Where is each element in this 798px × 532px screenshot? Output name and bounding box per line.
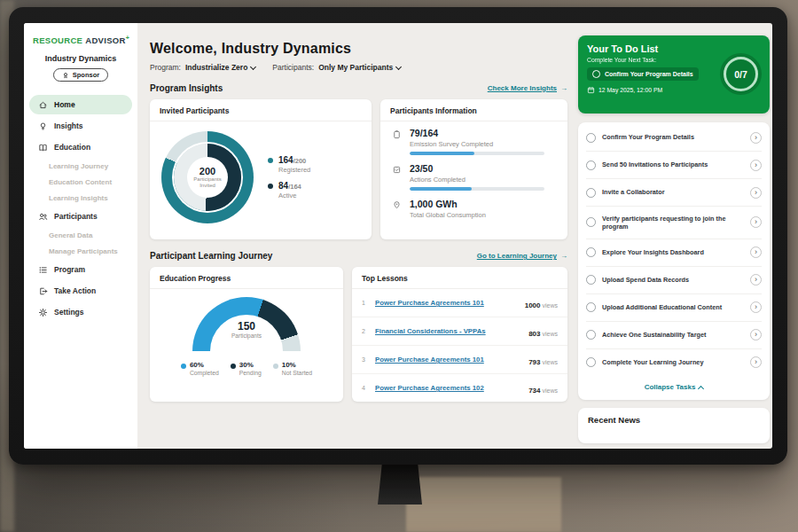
sidebar-item-label: Take Action xyxy=(54,286,96,295)
next-task-chip[interactable]: Confirm Your Program Details xyxy=(587,67,699,81)
lesson-link[interactable]: Power Purchase Agreements 102 xyxy=(375,384,522,392)
sidebar-item-take-action[interactable]: Take Action xyxy=(29,281,132,301)
legend-dot-not-started xyxy=(273,364,278,369)
task-checkbox[interactable] xyxy=(586,302,596,312)
card-title: Participants Information xyxy=(380,99,567,121)
sidebar-item-label: Home xyxy=(54,100,75,109)
clipboard-icon xyxy=(392,129,402,139)
program-insights-header: Program Insights Check More Insights → xyxy=(150,83,567,93)
task-chevron-button[interactable]: › xyxy=(750,274,762,286)
sidebar-nav: Home Insights Education Learning Journey… xyxy=(24,94,137,323)
task-chevron-button[interactable]: › xyxy=(750,246,762,258)
task-chevron-button[interactable]: › xyxy=(750,301,762,313)
sponsor-badge[interactable]: Sponsor xyxy=(53,68,108,82)
check-more-insights-link[interactable]: Check More Insights → xyxy=(488,84,567,92)
sidebar-item-settings[interactable]: Settings xyxy=(29,302,132,322)
participants-information-card: Participants Information 79/164 Emission… xyxy=(380,99,567,239)
card-title: Education Progress xyxy=(150,267,343,289)
lesson-link[interactable]: Power Purchase Agreements 101 xyxy=(375,299,519,307)
education-progress-card: Education Progress 150 Participants xyxy=(150,267,343,402)
desk-object xyxy=(406,477,561,532)
task-checkbox[interactable] xyxy=(586,160,596,170)
todo-progress-ring: 0/7 xyxy=(720,53,762,95)
task-chevron-button[interactable]: › xyxy=(750,132,762,144)
participants-select-value: Only My Participants xyxy=(318,63,393,72)
task-checkbox[interactable] xyxy=(586,275,596,285)
task-checkbox[interactable] xyxy=(586,188,596,198)
task-checkbox[interactable] xyxy=(586,357,596,367)
task-checkbox[interactable] xyxy=(586,217,596,227)
task-checkbox[interactable] xyxy=(586,330,596,340)
program-select[interactable]: Industrialize Zero xyxy=(185,63,255,72)
sidebar-item-home[interactable]: Home xyxy=(29,95,132,114)
sidebar-item-learning-journey[interactable]: Learning Journey xyxy=(24,158,137,174)
survey-progressbar xyxy=(410,152,544,155)
sidebar-item-education-content[interactable]: Education Content xyxy=(24,174,137,190)
top-lessons-card: Top Lessons 1 Power Purchase Agreements … xyxy=(352,267,567,402)
lesson-link[interactable]: Financial Considerations - VPPAs xyxy=(375,327,522,335)
task-chevron-button[interactable]: › xyxy=(750,160,762,171)
brand-logo: RESOURCEADVISOR+ xyxy=(24,23,137,45)
sidebar-item-manage-participants[interactable]: Manage Participants xyxy=(24,243,137,259)
arrow-right-icon: → xyxy=(560,252,567,260)
sidebar-item-label: Insights xyxy=(54,121,83,130)
task-row[interactable]: Complete Your Learning Journey › xyxy=(586,349,762,376)
gauge-center-label: Participants xyxy=(192,332,301,339)
sidebar-item-label: Education xyxy=(54,143,90,152)
task-row[interactable]: Achieve One Sustainability Target › xyxy=(586,322,762,349)
lightbulb-icon xyxy=(38,121,48,131)
sidebar-item-education[interactable]: Education xyxy=(29,137,132,157)
task-row[interactable]: Send 50 Invitations to Participants › xyxy=(586,152,762,179)
task-row[interactable]: Upload Additional Educational Content › xyxy=(586,294,762,322)
task-chevron-button[interactable]: › xyxy=(750,356,762,368)
participants-select[interactable]: Only My Participants xyxy=(318,63,401,72)
stat-progressbar-fill xyxy=(410,152,474,155)
dashboard-screen: RESOURCEADVISOR+ Industry Dynamics Spons… xyxy=(24,23,772,449)
lesson-row: 1 Power Purchase Agreements 101 1000view… xyxy=(352,289,567,317)
lesson-row: 2 Financial Considerations - VPPAs 803vi… xyxy=(352,317,567,346)
sidebar-item-label: Program xyxy=(54,265,85,274)
task-checkbox[interactable] xyxy=(586,247,596,257)
collapse-tasks-link[interactable]: Collapse Tasks xyxy=(586,376,762,396)
sidebar-item-learning-insights[interactable]: Learning Insights xyxy=(24,190,137,206)
go-to-learning-journey-link[interactable]: Go to Learning Journey → xyxy=(477,252,567,260)
legend-item: 30% Pending xyxy=(231,361,262,376)
sidebar-item-insights[interactable]: Insights xyxy=(29,116,132,136)
task-row[interactable]: Verify participants requesting to join t… xyxy=(586,207,762,239)
task-checkbox[interactable] xyxy=(592,70,600,78)
task-row[interactable]: Upload Spend Data Records › xyxy=(586,267,762,294)
lesson-row: 3 Power Purchase Agreements 101 793views xyxy=(352,346,567,374)
chevron-down-icon xyxy=(250,63,256,69)
task-row[interactable]: Explore Your Insights Dashboard › xyxy=(586,239,762,267)
monitor-bezel: RESOURCEADVISOR+ Industry Dynamics Spons… xyxy=(9,7,787,465)
stat-progressbar-fill xyxy=(410,187,472,191)
checklist-icon xyxy=(392,165,402,175)
task-chevron-button[interactable]: › xyxy=(750,187,762,199)
stat-actions: 23/50 Actions Completed xyxy=(380,157,567,192)
lesson-row: 4 Power Purchase Agreements 102 734views xyxy=(352,374,567,402)
participants-filter-label: Participants: xyxy=(272,63,314,72)
sidebar-item-general-data[interactable]: General Data xyxy=(24,227,137,243)
sidebar-item-participants[interactable]: Participants xyxy=(29,207,132,226)
legend-item: 10% Not Started xyxy=(273,361,312,376)
brand-resource: RESOURCE xyxy=(33,35,82,45)
learning-cards-row: Education Progress 150 Participants xyxy=(150,267,567,402)
task-row[interactable]: Invite a Collaborator › xyxy=(586,179,762,207)
sidebar: RESOURCEADVISOR+ Industry Dynamics Spons… xyxy=(24,23,137,449)
monitor-stand xyxy=(378,462,422,505)
card-title: Invited Participants xyxy=(150,99,372,121)
invited-participants-card: Invited Participants 200 Participants In… xyxy=(150,99,372,239)
task-checkbox[interactable] xyxy=(586,133,596,143)
arrow-right-icon: → xyxy=(560,84,567,92)
book-icon xyxy=(38,143,48,153)
donut-legend: 164/200 Registered 84/164 Active xyxy=(268,148,310,207)
task-chevron-button[interactable]: › xyxy=(750,216,762,228)
todo-panel: Your To Do List Complete Your Next Task:… xyxy=(578,23,770,449)
task-chevron-button[interactable]: › xyxy=(750,329,762,340)
action-arrow-icon xyxy=(38,286,48,296)
medal-icon xyxy=(62,72,69,79)
sidebar-item-program[interactable]: Program xyxy=(29,260,132,279)
lesson-link[interactable]: Power Purchase Agreements 101 xyxy=(375,356,522,364)
education-gauge-chart: 150 Participants xyxy=(192,297,301,352)
task-row[interactable]: Confirm Your Program Details › xyxy=(586,124,762,152)
